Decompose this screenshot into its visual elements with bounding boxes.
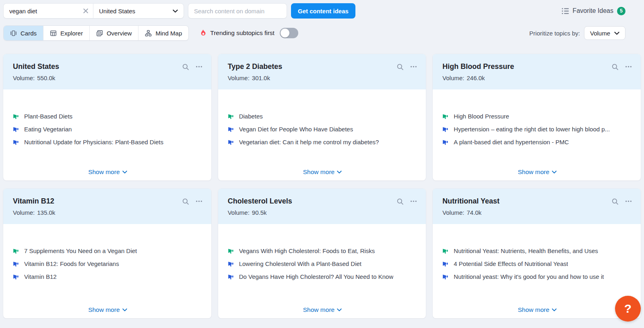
keyword-country-combo: United States (3, 3, 184, 19)
tab-mind-map[interactable]: Mind Map (138, 26, 188, 40)
show-more-button[interactable]: Show more (518, 168, 556, 176)
favorite-ideas-button[interactable]: Favorite Ideas 5 (561, 7, 625, 15)
show-more-button[interactable]: Show more (88, 168, 127, 176)
chevron-down-icon (337, 308, 342, 311)
prioritize-label: Prioritize topics by: (529, 30, 580, 37)
headline-text: Eating Vegetarian (24, 126, 72, 133)
country-select[interactable]: United States (93, 4, 184, 18)
card-header: High Blood Pressure Volume:246.0k (433, 54, 641, 89)
show-more-button[interactable]: Show more (88, 306, 127, 313)
ellipsis-icon (625, 63, 632, 70)
help-label: ? (624, 302, 632, 316)
tab-cards[interactable]: Cards (4, 26, 43, 40)
subtopic-headline[interactable]: 7 Supplements You Need on a Vegan Diet (13, 247, 202, 254)
subtopic-headline[interactable]: Nutritional Update for Physicians: Plant… (13, 139, 202, 145)
volume-value: 74.0k (467, 209, 482, 216)
card-search-button[interactable] (611, 63, 618, 70)
card-search-button[interactable] (396, 63, 403, 70)
megaphone-icon (228, 113, 234, 120)
megaphone-icon (13, 139, 19, 145)
card-search-button[interactable] (396, 198, 403, 205)
show-more-button[interactable]: Show more (303, 168, 342, 176)
subtopic-headline[interactable]: Vegetarian diet: Can it help me control … (228, 139, 417, 145)
volume-label: Volume: (442, 75, 464, 81)
close-icon (83, 8, 88, 13)
headline-text: Vegetarian diet: Can it help me control … (239, 139, 379, 145)
subtopic-headline[interactable]: Vitamin B12 (13, 273, 202, 280)
show-more-button[interactable]: Show more (518, 306, 556, 313)
card-title: High Blood Pressure (442, 62, 611, 71)
card-volume: Volume:74.0k (442, 209, 632, 216)
window-icon (96, 30, 103, 37)
card-volume: Volume:246.0k (442, 75, 632, 81)
headline-text: Vitamin B12: Foods for Vegetarians (24, 260, 119, 267)
volume-label: Volume: (228, 209, 250, 216)
megaphone-icon (442, 113, 449, 120)
flame-icon (199, 29, 206, 37)
subtopic-headline[interactable]: Vegans With High Cholesterol: Foods to E… (228, 247, 417, 254)
subtopic-headline[interactable]: A plant-based diet and hypertension - PM… (442, 139, 632, 145)
help-button[interactable]: ? (615, 296, 641, 322)
subtopic-headline[interactable]: Vitamin B12: Foods for Vegetarians (13, 260, 202, 267)
get-content-ideas-button[interactable]: Get content ideas (291, 3, 355, 19)
card-body: 7 Supplements You Need on a Vegan Diet V… (3, 224, 211, 318)
volume-value: 301.0k (252, 75, 270, 81)
subtopic-headline[interactable]: Plant-Based Diets (13, 113, 202, 120)
headline-text: Nutritional Yeast: Nutrients, Health Ben… (454, 247, 598, 254)
search-icon (611, 63, 618, 70)
subtopic-headline[interactable]: Diabetes (228, 113, 417, 120)
card-more-button[interactable] (196, 198, 202, 205)
headline-text: Vegan Diet for People Who Have Diabetes (239, 126, 353, 133)
tab-explorer[interactable]: Explorer (43, 26, 90, 40)
volume-label: Volume: (228, 75, 250, 81)
card-title: Vitamin B12 (13, 197, 182, 206)
subtopic-headline[interactable]: Nutritional Yeast: Nutrients, Health Ben… (442, 247, 632, 254)
card-body: Diabetes Vegan Diet for People Who Have … (218, 89, 426, 181)
subtopic-headline[interactable]: Hypertension – eating the right diet to … (442, 126, 632, 133)
card-more-button[interactable] (625, 198, 632, 205)
tab-overview[interactable]: Overview (90, 26, 139, 40)
prioritize-select[interactable]: Volume (584, 26, 625, 40)
megaphone-icon (442, 248, 449, 254)
volume-label: Volume: (13, 75, 35, 81)
show-more-label: Show more (88, 306, 120, 313)
keyword-input[interactable] (9, 8, 83, 15)
headline-text: Plant-Based Diets (24, 113, 72, 120)
megaphone-icon (13, 261, 19, 267)
show-more-label: Show more (303, 306, 334, 313)
megaphone-icon (228, 139, 234, 145)
headline-text: Nutritional yeast: Why it's good for you… (454, 273, 604, 280)
tab-explorer-label: Explorer (60, 30, 83, 37)
headline-text: 7 Supplements You Need on a Vegan Diet (24, 247, 137, 254)
domain-search-input[interactable] (188, 3, 287, 19)
trending-label: Trending subtopics first (210, 29, 275, 37)
favorites-count-badge: 5 (617, 7, 625, 15)
subtopic-headline[interactable]: Do Vegans Have High Cholesterol? All You… (228, 273, 417, 280)
table-icon (50, 30, 57, 37)
search-icon (182, 198, 189, 205)
megaphone-icon (228, 261, 234, 267)
clear-keyword-button[interactable] (83, 8, 88, 13)
card-body: Nutritional Yeast: Nutrients, Health Ben… (433, 224, 641, 318)
trending-toggle[interactable] (280, 28, 298, 38)
card-search-button[interactable] (611, 198, 618, 205)
show-more-button[interactable]: Show more (303, 306, 342, 313)
card-more-button[interactable] (196, 63, 202, 70)
card-more-button[interactable] (410, 198, 417, 205)
tab-mind-map-label: Mind Map (155, 30, 182, 37)
subtopic-headline[interactable]: Lowering Cholesterol With a Plant-Based … (228, 260, 417, 267)
card-more-button[interactable] (410, 63, 417, 70)
subtopic-headline[interactable]: Eating Vegetarian (13, 126, 202, 133)
topic-card: United States Volume:550.0k Plant-Based … (3, 54, 211, 181)
ellipsis-icon (196, 198, 202, 205)
card-more-button[interactable] (625, 63, 632, 70)
card-title: Cholesterol Levels (228, 197, 397, 206)
subtopic-headline[interactable]: High Blood Pressure (442, 113, 632, 120)
subtopic-headline[interactable]: Vegan Diet for People Who Have Diabetes (228, 126, 417, 133)
favorite-ideas-label: Favorite Ideas (573, 7, 613, 15)
subtopic-headline[interactable]: 4 Potential Side Effects of Nutritional … (442, 260, 632, 267)
card-volume: Volume:550.0k (13, 75, 202, 81)
subtopic-headline[interactable]: Nutritional yeast: Why it's good for you… (442, 273, 632, 280)
card-search-button[interactable] (182, 198, 189, 205)
card-search-button[interactable] (182, 63, 189, 70)
